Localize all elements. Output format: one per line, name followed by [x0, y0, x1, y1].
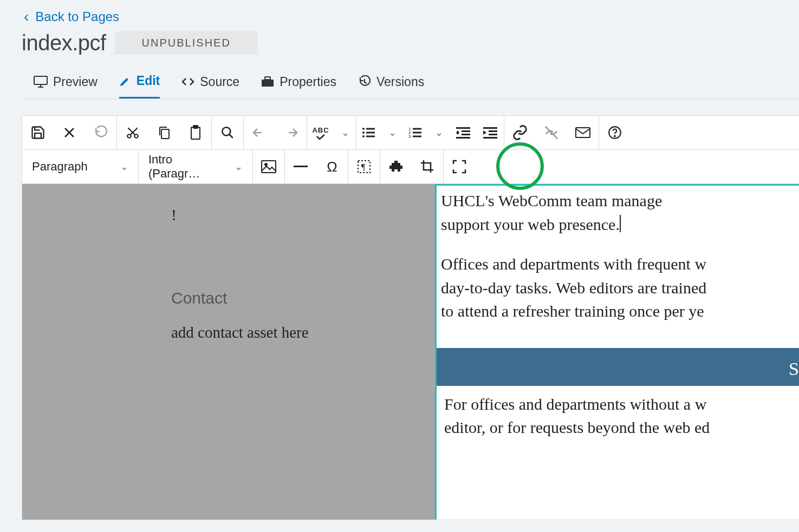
tab-source[interactable]: Source	[181, 71, 239, 98]
body-text: Offices and departments with frequent w	[441, 255, 706, 273]
revert-button[interactable]	[85, 116, 116, 149]
chevron-down-icon: ⌄	[120, 161, 128, 173]
svg-rect-37	[489, 134, 497, 135]
svg-rect-0	[34, 76, 47, 84]
bullet-list-dropdown[interactable]: ⌄	[381, 116, 403, 149]
insert-image-button[interactable]	[253, 150, 284, 183]
svg-text:¶: ¶	[361, 162, 366, 172]
body-text: For offices and departments without a w	[444, 395, 706, 413]
svg-rect-19	[366, 132, 375, 134]
numbered-list-button[interactable]: 123	[403, 116, 428, 149]
svg-rect-27	[413, 136, 421, 137]
svg-point-16	[362, 128, 365, 130]
svg-rect-11	[161, 129, 169, 139]
svg-rect-43	[262, 161, 276, 173]
monitor-icon	[34, 76, 48, 88]
svg-marker-35	[483, 130, 486, 135]
placeholder-mark: !	[171, 206, 435, 224]
svg-rect-17	[366, 128, 375, 130]
fullscreen-button[interactable]	[444, 150, 475, 183]
mailto-button[interactable]	[567, 116, 599, 149]
chevron-left-icon: ‹	[24, 8, 29, 25]
bullet-list-button[interactable]	[356, 116, 381, 149]
file-name: index.pcf	[22, 31, 106, 55]
code-icon	[181, 77, 194, 87]
svg-rect-36	[489, 130, 497, 132]
redo-button[interactable]	[275, 116, 307, 149]
horizontal-rule-button[interactable]	[285, 150, 316, 183]
svg-rect-34	[483, 127, 497, 129]
svg-rect-23	[413, 128, 421, 130]
status-badge: UNPUBLISHED	[115, 31, 258, 55]
svg-rect-32	[462, 134, 470, 135]
spellcheck-button[interactable]: ABC	[307, 116, 334, 149]
special-char-button[interactable]: Ω	[316, 150, 348, 183]
svg-rect-21	[366, 136, 375, 137]
view-tabs: Preview Edit Source Properties Versions	[22, 71, 799, 99]
save-button[interactable]	[22, 116, 54, 149]
intro-text: support your web presence.	[441, 215, 620, 233]
tab-edit[interactable]: Edit	[119, 71, 160, 98]
help-button[interactable]	[599, 116, 631, 149]
svg-rect-33	[456, 137, 470, 139]
svg-rect-4	[265, 77, 270, 80]
remove-link-button[interactable]	[536, 116, 567, 149]
svg-line-15	[229, 134, 233, 138]
format-select[interactable]: Paragraph ⌄	[22, 150, 139, 183]
contact-placeholder: add contact asset here	[171, 324, 435, 341]
svg-rect-40	[576, 128, 590, 137]
tab-preview[interactable]: Preview	[34, 71, 98, 98]
copy-button[interactable]	[148, 116, 180, 149]
find-button[interactable]	[212, 116, 243, 149]
back-link[interactable]: ‹ Back to Pages	[22, 0, 799, 31]
tab-properties[interactable]: Properties	[261, 71, 336, 98]
svg-point-42	[614, 136, 615, 137]
select-all-button[interactable]: ¶	[348, 150, 380, 183]
indent-button[interactable]	[477, 116, 504, 149]
close-button[interactable]	[54, 116, 85, 149]
outdent-button[interactable]	[450, 116, 477, 149]
numbered-list-dropdown[interactable]: ⌄	[428, 116, 450, 149]
svg-rect-13	[193, 126, 198, 128]
history-icon	[358, 75, 371, 88]
body-text: to attend a refresher training once per …	[441, 302, 704, 320]
style-select[interactable]: Intro (Paragr… ⌄	[139, 150, 252, 183]
body-text: day-to-day tasks. Web editors are traine…	[441, 279, 706, 297]
svg-rect-3	[262, 80, 274, 87]
text-cursor	[620, 215, 621, 232]
section-heading-bar: S	[437, 348, 799, 386]
svg-rect-38	[483, 137, 497, 139]
paste-button[interactable]	[180, 116, 211, 149]
svg-rect-12	[191, 127, 200, 139]
editor-toolbar: ABC ⌄ ⌄ 123 ⌄	[22, 115, 799, 520]
svg-point-20	[362, 135, 365, 137]
undo-button[interactable]	[244, 116, 275, 149]
insert-link-button[interactable]	[504, 116, 536, 149]
sidebar-region: ! Contact add contact asset here	[22, 184, 435, 520]
svg-marker-29	[456, 130, 459, 133]
cut-button[interactable]	[117, 116, 148, 149]
svg-rect-28	[456, 127, 470, 129]
editor-canvas[interactable]: ! Contact add contact asset here UHCL's …	[22, 184, 799, 520]
crop-button[interactable]	[412, 150, 443, 183]
pencil-icon	[119, 75, 131, 87]
svg-point-14	[222, 127, 230, 135]
svg-text:3: 3	[408, 134, 411, 139]
main-content-region[interactable]: UHCL's WebComm team manage support your …	[435, 184, 799, 520]
svg-point-18	[362, 132, 365, 134]
body-text: editor, or for requests beyond the web e…	[444, 418, 710, 436]
svg-rect-45	[294, 166, 308, 167]
back-label: Back to Pages	[35, 9, 119, 24]
svg-rect-25	[413, 132, 421, 134]
components-button[interactable]	[380, 150, 412, 183]
tab-versions[interactable]: Versions	[358, 71, 424, 98]
toolbox-icon	[261, 76, 274, 87]
svg-rect-31	[462, 130, 470, 132]
chevron-down-icon: ⌄	[235, 161, 243, 173]
svg-marker-30	[456, 133, 459, 135]
spellcheck-dropdown[interactable]: ⌄	[334, 116, 356, 149]
contact-heading: Contact	[171, 289, 435, 307]
svg-point-44	[265, 163, 267, 166]
intro-text: UHCL's WebComm team manage	[441, 192, 662, 209]
